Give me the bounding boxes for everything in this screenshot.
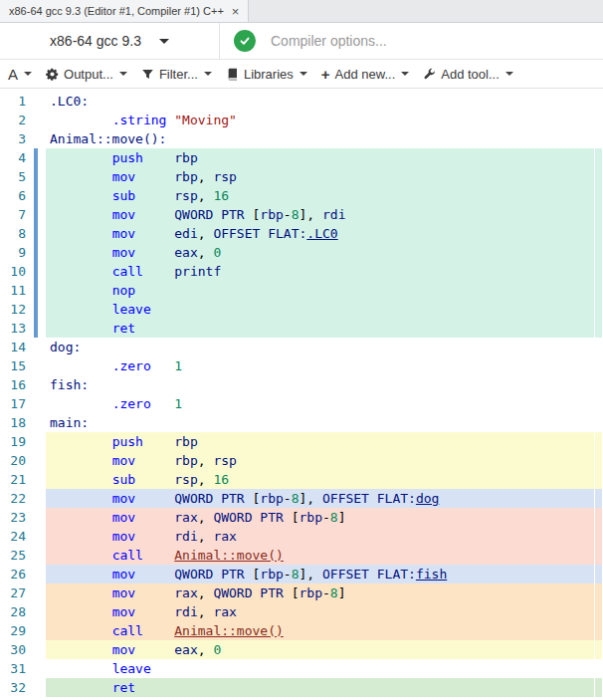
margin-decoration <box>34 205 46 224</box>
asm-token <box>50 548 112 563</box>
asm-symbol-link[interactable]: fish <box>416 567 447 582</box>
chevron-down-icon <box>204 72 212 76</box>
line-number: 13 <box>0 319 34 338</box>
add-new-button[interactable]: + Add new... <box>321 66 409 83</box>
code-text: mov QWORD PTR [rbp-8], OFFSET FLAT:fish <box>46 565 594 583</box>
code-line[interactable]: 11 nop <box>0 281 603 300</box>
asm-token <box>135 604 174 619</box>
ruler-mark <box>595 224 602 243</box>
plus-icon: + <box>321 66 330 83</box>
line-number: 5 <box>0 167 34 186</box>
code-line[interactable]: 1.LC0: <box>0 92 603 111</box>
code-line[interactable]: 12 leave <box>0 300 603 319</box>
code-line[interactable]: 22 mov QWORD PTR [rbp-8], OFFSET FLAT:do… <box>0 489 603 508</box>
code-text: leave <box>46 300 594 319</box>
asm-token: eax <box>174 245 197 260</box>
asm-token: , <box>198 510 214 525</box>
code-line[interactable]: 7 mov QWORD PTR [rbp-8], rdi <box>0 205 603 224</box>
code-line[interactable]: 19 push rbp <box>0 432 603 451</box>
code-line[interactable]: 26 mov QWORD PTR [rbp-8], OFFSET FLAT:fi… <box>0 565 603 583</box>
asm-token <box>50 453 112 468</box>
code-line[interactable]: 13 ret <box>0 319 603 338</box>
line-number: 23 <box>0 508 34 527</box>
code-line[interactable]: 23 mov rax, QWORD PTR [rbp-8] <box>0 508 603 527</box>
asm-token <box>135 453 174 468</box>
tab-compiler-pane[interactable]: x86-64 gcc 9.3 (Editor #1, Compiler #1) … <box>0 0 249 22</box>
libraries-button[interactable]: Libraries <box>226 67 307 82</box>
line-number: 10 <box>0 262 34 281</box>
code-line[interactable]: 9 mov eax, 0 <box>0 243 603 262</box>
add-new-label: Add new... <box>335 67 396 82</box>
line-number: 11 <box>0 281 34 300</box>
add-tool-button[interactable]: Add tool... <box>423 67 513 82</box>
compile-status-ok-icon[interactable] <box>234 30 256 52</box>
code-text: mov rax, QWORD PTR [rbp-8] <box>46 583 594 602</box>
code-area[interactable]: 1.LC0:2 .string "Moving"3Animal::move():… <box>0 89 603 700</box>
asm-token: rbp <box>174 453 197 468</box>
asm-token: mov <box>112 567 135 582</box>
code-line[interactable]: 14dog: <box>0 338 603 356</box>
code-line[interactable]: 5 mov rbp, rsp <box>0 167 603 186</box>
font-size-button[interactable]: A <box>8 66 32 83</box>
code-line[interactable]: 30 mov eax, 0 <box>0 640 603 659</box>
code-line[interactable]: 3Animal::move(): <box>0 129 603 148</box>
asm-symbol-link[interactable]: .LC0 <box>306 226 337 241</box>
code-line[interactable]: 2 .string "Moving" <box>0 111 603 129</box>
line-number: 20 <box>0 451 34 470</box>
toolbar: A Output... Filter... Libraries + Add ne… <box>0 60 603 89</box>
asm-token <box>135 188 174 203</box>
compiler-options-input[interactable] <box>269 32 561 50</box>
asm-token: , <box>306 567 322 582</box>
code-text: push rbp <box>46 148 594 167</box>
asm-token: 16 <box>213 472 229 487</box>
code-line[interactable]: 24 mov rdi, rax <box>0 527 603 546</box>
chevron-down-icon <box>300 72 307 76</box>
code-line[interactable]: 25 call Animal::move() <box>0 546 603 565</box>
code-line[interactable]: 31 leave <box>0 659 603 678</box>
code-line[interactable]: 29 call Animal::move() <box>0 621 603 640</box>
asm-token: "Moving" <box>174 113 237 127</box>
line-number: 32 <box>0 678 34 697</box>
asm-symbol-link[interactable]: dog <box>416 491 439 506</box>
line-number: 9 <box>0 243 34 262</box>
code-line[interactable]: 8 mov edi, OFFSET FLAT:.LC0 <box>0 224 603 243</box>
close-icon[interactable]: × <box>232 5 240 18</box>
code-line[interactable]: 17 .zero 1 <box>0 394 603 413</box>
code-line[interactable]: 27 mov rax, QWORD PTR [rbp-8] <box>0 583 603 602</box>
code-text: dog: <box>46 338 594 356</box>
asm-token: 8 <box>292 491 300 506</box>
asm-symbol-link[interactable]: Animal::move() <box>174 548 284 563</box>
code-line[interactable]: 21 sub rsp, 16 <box>0 470 603 489</box>
asm-token <box>50 472 112 487</box>
code-line[interactable]: 6 sub rsp, 16 <box>0 186 603 205</box>
asm-symbol-link[interactable]: Animal::move() <box>174 623 284 638</box>
asm-token: edi <box>174 226 197 241</box>
code-line[interactable]: 18main: <box>0 413 603 432</box>
code-line[interactable]: 28 mov rdi, rax <box>0 602 603 621</box>
ruler-mark <box>595 621 602 640</box>
margin-decoration <box>34 319 46 338</box>
margin-decoration <box>34 92 46 111</box>
asm-token: mov <box>112 491 135 506</box>
code-line[interactable]: 16fish: <box>0 375 603 394</box>
code-line[interactable]: 10 call printf <box>0 262 603 281</box>
ruler-mark <box>595 489 602 508</box>
asm-token <box>50 680 112 695</box>
margin-decoration <box>34 583 46 602</box>
asm-token: nop <box>112 283 135 298</box>
asm-token <box>50 150 112 165</box>
code-line[interactable]: 15 .zero 1 <box>0 356 603 375</box>
output-button[interactable]: Output... <box>46 67 127 82</box>
code-line[interactable]: 20 mov rbp, rsp <box>0 451 603 470</box>
code-line[interactable]: 4 push rbp <box>0 148 603 167</box>
compiler-select-dropdown[interactable]: x86-64 gcc 9.3 <box>16 26 203 56</box>
margin-decoration <box>34 546 46 565</box>
asm-token: rbp <box>260 491 283 506</box>
ruler-mark <box>595 300 602 319</box>
overview-ruler[interactable] <box>594 89 603 700</box>
code-line[interactable]: 32 ret <box>0 678 603 697</box>
filter-button[interactable]: Filter... <box>141 67 212 82</box>
line-number: 12 <box>0 300 34 319</box>
chevron-down-icon <box>401 72 409 76</box>
asm-token: mov <box>112 642 135 657</box>
